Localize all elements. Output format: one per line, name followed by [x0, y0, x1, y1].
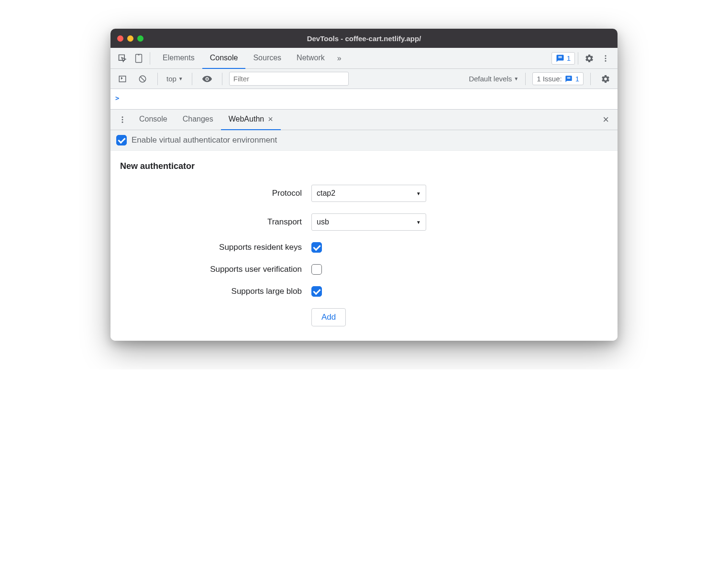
tab-elements[interactable]: Elements	[155, 48, 202, 69]
svg-rect-5	[119, 76, 126, 82]
protocol-label: Protocol	[120, 189, 311, 198]
divider	[157, 73, 158, 85]
protocol-value: ctap2	[317, 189, 335, 198]
divider	[578, 52, 578, 65]
dropdown-icon: ▼	[514, 76, 518, 81]
tab-console[interactable]: Console	[202, 48, 246, 69]
section-title: New authenticator	[120, 161, 608, 171]
svg-point-3	[605, 57, 607, 59]
console-toolbar: top ▼ Default levels ▼ 1 Issue: 1	[110, 69, 618, 89]
window-controls	[117, 35, 143, 42]
divider	[590, 73, 591, 85]
svg-rect-0	[136, 54, 142, 62]
close-window-button[interactable]	[117, 35, 123, 42]
dropdown-icon: ▼	[178, 76, 183, 81]
webauthn-panel: New authenticator Protocol ctap2 ▼ Trans…	[110, 151, 618, 341]
console-body[interactable]: >	[110, 89, 618, 109]
context-value: top	[166, 75, 176, 83]
messages-badge[interactable]: 1	[552, 52, 575, 65]
inspect-element-icon[interactable]	[114, 50, 131, 67]
issues-prefix: 1 Issue:	[537, 75, 562, 83]
resident-keys-row: Supports resident keys	[120, 242, 608, 253]
svg-point-2	[605, 55, 607, 56]
devtools-window: DevTools - coffee-cart.netlify.app/ Elem…	[110, 29, 618, 341]
svg-rect-1	[138, 55, 140, 55]
messages-count: 1	[567, 54, 571, 62]
console-prompt: >	[115, 94, 119, 102]
issues-count: 1	[575, 75, 579, 83]
device-toggle-icon[interactable]	[131, 50, 147, 67]
dropdown-icon: ▼	[416, 220, 421, 225]
enable-virtual-authenticator-checkbox[interactable]	[116, 135, 127, 145]
user-verification-row: Supports user verification	[120, 264, 608, 275]
console-settings-icon[interactable]	[597, 71, 614, 87]
large-blob-label: Supports large blob	[120, 287, 311, 296]
protocol-select[interactable]: ctap2 ▼	[311, 185, 426, 202]
divider	[525, 73, 526, 85]
more-menu-icon[interactable]	[597, 50, 614, 67]
dropdown-icon: ▼	[416, 191, 421, 196]
user-verification-label: Supports user verification	[120, 265, 311, 274]
transport-select[interactable]: usb ▼	[311, 213, 426, 231]
tab-sources[interactable]: Sources	[245, 48, 289, 69]
enable-bar: Enable virtual authenticator environment	[110, 130, 618, 151]
add-button[interactable]: Add	[311, 308, 346, 326]
settings-icon[interactable]	[581, 50, 597, 67]
main-toolbar: Elements Console Sources Network » 1	[110, 48, 618, 69]
drawer-tab-webauthn[interactable]: WebAuthn ×	[221, 109, 281, 130]
clear-console-icon[interactable]	[134, 71, 151, 87]
resident-keys-checkbox[interactable]	[311, 242, 322, 253]
maximize-window-button[interactable]	[137, 35, 143, 42]
enable-label: Enable virtual authenticator environment	[132, 135, 277, 145]
svg-point-9	[122, 119, 123, 121]
message-icon	[556, 54, 564, 63]
window-title: DevTools - coffee-cart.netlify.app/	[307, 34, 421, 43]
minimize-window-button[interactable]	[127, 35, 133, 42]
resident-keys-label: Supports resident keys	[120, 243, 311, 252]
more-tabs-button[interactable]: »	[332, 54, 346, 63]
live-expression-icon[interactable]	[199, 71, 215, 87]
svg-point-10	[122, 122, 123, 123]
filter-input[interactable]	[229, 72, 349, 86]
context-selector[interactable]: top ▼	[165, 75, 185, 83]
log-levels-selector[interactable]: Default levels ▼	[469, 75, 518, 83]
main-tabs: Elements Console Sources Network »	[155, 48, 346, 69]
user-verification-checkbox[interactable]	[311, 264, 322, 275]
transport-row: Transport usb ▼	[120, 213, 608, 231]
svg-point-4	[605, 60, 607, 61]
tab-network[interactable]: Network	[289, 48, 332, 69]
large-blob-checkbox[interactable]	[311, 286, 322, 297]
transport-value: usb	[317, 218, 329, 226]
issues-button[interactable]: 1 Issue: 1	[532, 72, 584, 85]
drawer-tab-console[interactable]: Console	[132, 109, 175, 130]
sidebar-toggle-icon[interactable]	[114, 71, 131, 87]
drawer-toolbar: Console Changes WebAuthn × ×	[110, 109, 618, 130]
titlebar: DevTools - coffee-cart.netlify.app/	[110, 29, 618, 48]
close-drawer-icon[interactable]: ×	[598, 113, 614, 126]
close-tab-icon[interactable]: ×	[268, 115, 273, 123]
divider	[150, 52, 150, 65]
svg-line-7	[141, 77, 145, 81]
transport-label: Transport	[120, 217, 311, 227]
drawer-menu-icon[interactable]	[114, 112, 131, 128]
drawer-tabs: Console Changes WebAuthn ×	[132, 109, 281, 130]
divider	[192, 73, 192, 85]
svg-point-8	[122, 116, 123, 118]
message-icon	[565, 75, 573, 83]
protocol-row: Protocol ctap2 ▼	[120, 185, 608, 202]
large-blob-row: Supports large blob	[120, 286, 608, 297]
divider	[222, 73, 222, 85]
drawer-tab-changes[interactable]: Changes	[175, 109, 221, 130]
levels-label: Default levels	[469, 75, 512, 83]
